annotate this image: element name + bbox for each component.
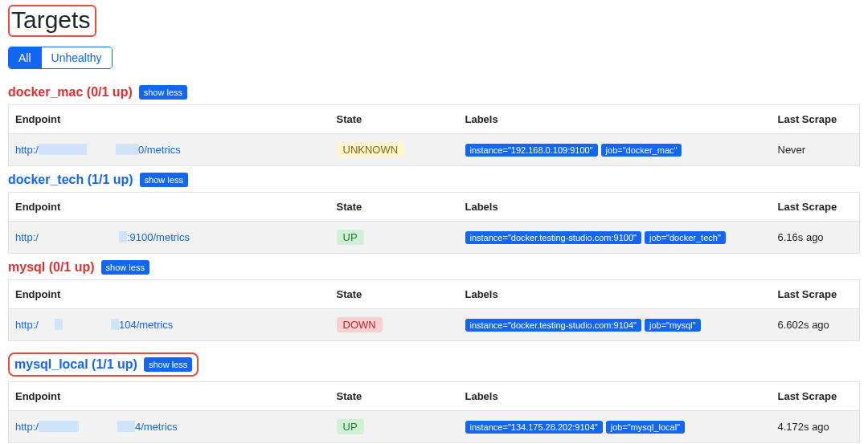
state-badge: UP <box>337 419 364 434</box>
table-row: http:/0/metricsUNKNOWNinstance="192.168.… <box>9 134 860 166</box>
col-state: State <box>330 105 459 134</box>
pool-header: docker_tech (1/1 up)show less <box>8 173 860 187</box>
label-pill: job="docker_mac" <box>601 144 682 157</box>
redacted-segment <box>55 319 63 330</box>
pool-title-link[interactable]: mysql (0/1 up) <box>8 260 95 275</box>
targets-table: EndpointStateLabelsLast Scrapehttp:/:910… <box>8 192 860 254</box>
table-row: http:/:9100/metricsUPinstance="docker.te… <box>9 222 860 254</box>
table-row: http:/104/metricsDOWNinstance="docker.te… <box>9 309 860 341</box>
state-badge: DOWN <box>337 317 383 332</box>
label-pill: instance="192.168.0.109:9100" <box>465 144 598 157</box>
show-less-button[interactable]: show less <box>139 85 187 100</box>
redacted-segment <box>119 231 127 242</box>
col-labels: Labels <box>459 193 772 222</box>
last-scrape-value: Never <box>772 134 860 166</box>
endpoint-link[interactable]: http:/0/metrics <box>15 144 181 156</box>
targets-table: EndpointStateLabelsLast Scrapehttp:/4/me… <box>8 381 860 443</box>
redacted-segment <box>39 144 87 155</box>
targets-table: EndpointStateLabelsLast Scrapehttp:/104/… <box>8 279 860 341</box>
pool-header: docker_mac (0/1 up)show less <box>8 85 860 100</box>
col-state: State <box>330 280 459 309</box>
col-endpoint: Endpoint <box>9 193 330 222</box>
table-row: http:/4/metricsUPinstance="134.175.28.20… <box>9 411 860 443</box>
endpoint-link[interactable]: http:/104/metrics <box>15 319 173 331</box>
filter-all-button[interactable]: All <box>9 47 41 68</box>
label-pill: job="mysql" <box>645 319 701 332</box>
last-scrape-value: 6.602s ago <box>772 309 860 341</box>
col-state: State <box>330 382 459 411</box>
col-last-scrape: Last Scrape <box>772 105 860 134</box>
show-less-button[interactable]: show less <box>144 357 192 372</box>
redacted-segment <box>116 144 138 155</box>
col-labels: Labels <box>459 382 772 411</box>
col-endpoint: Endpoint <box>9 280 330 309</box>
col-last-scrape: Last Scrape <box>772 382 860 411</box>
pool-title-link[interactable]: docker_tech (1/1 up) <box>8 173 133 187</box>
col-endpoint: Endpoint <box>9 105 330 134</box>
pool-header: mysql (0/1 up)show less <box>8 260 860 275</box>
label-pill: job="mysql_local" <box>606 421 685 434</box>
endpoint-link[interactable]: http:/:9100/metrics <box>15 231 190 243</box>
filter-button-group: All Unhealthy <box>8 47 113 69</box>
redacted-segment <box>111 319 119 330</box>
label-pill: instance="docker.testing-studio.com:9104… <box>465 319 641 332</box>
label-pill: job="docker_tech" <box>645 231 726 244</box>
redacted-segment <box>117 421 135 432</box>
pool-header: mysql_local (1/1 up)show less <box>8 352 199 377</box>
endpoint-link[interactable]: http:/4/metrics <box>15 421 178 433</box>
pool-title-link[interactable]: docker_mac (0/1 up) <box>8 85 133 100</box>
state-badge: UP <box>337 230 364 245</box>
show-less-button[interactable]: show less <box>101 260 149 275</box>
redacted-segment <box>39 421 79 432</box>
filter-unhealthy-button[interactable]: Unhealthy <box>41 47 112 68</box>
label-pill: instance="docker.testing-studio.com:9100… <box>465 231 641 244</box>
label-pill: instance="134.175.28.202:9104" <box>465 421 603 434</box>
show-less-button[interactable]: show less <box>140 173 188 187</box>
col-last-scrape: Last Scrape <box>772 193 860 222</box>
col-labels: Labels <box>459 105 772 134</box>
col-last-scrape: Last Scrape <box>772 280 860 309</box>
state-badge: UNKNOWN <box>337 142 405 157</box>
last-scrape-value: 4.172s ago <box>772 411 860 443</box>
col-labels: Labels <box>459 280 772 309</box>
col-endpoint: Endpoint <box>9 382 330 411</box>
col-state: State <box>330 193 459 222</box>
pool-title-link[interactable]: mysql_local (1/1 up) <box>14 357 137 372</box>
last-scrape-value: 6.16s ago <box>772 222 860 254</box>
targets-table: EndpointStateLabelsLast Scrapehttp:/0/me… <box>8 104 860 166</box>
page-title: Targets <box>8 5 96 37</box>
